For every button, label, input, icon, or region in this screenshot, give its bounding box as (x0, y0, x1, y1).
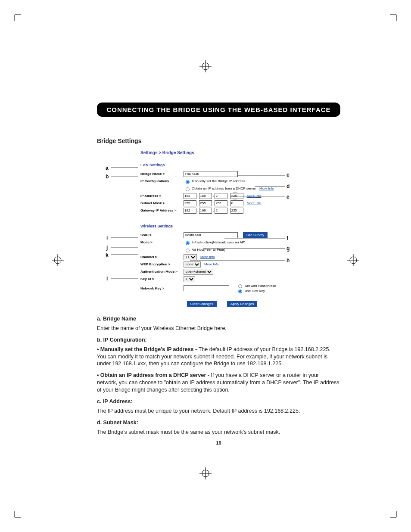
gw-octet-3[interactable] (215, 208, 227, 214)
gateway-label: Gateway IP Address > (140, 208, 184, 212)
registration-mark-icon (199, 467, 212, 479)
callout-k: k (106, 252, 109, 258)
body-b-head: b. IP Configuration: (97, 336, 340, 344)
netkey-input[interactable] (184, 285, 229, 291)
channel-label: Channel > (140, 255, 184, 259)
ip-config-dhcp-text: Obtain an IP address from a DHCP server (192, 187, 256, 190)
ip-config-label: IP Configuration> (140, 179, 184, 183)
set-passphrase-text: Set with Passphrase (245, 284, 276, 288)
use-hex-radio[interactable] (238, 289, 242, 293)
callout-a: a (106, 165, 109, 171)
mode-infra-text: Infrastructure(Network uses an AP) (192, 240, 246, 244)
wlan-group-head: Wireless Settings (140, 224, 340, 228)
mode-adhoc-text: Ad-Hoc(Peer-to-Peer) (192, 248, 225, 252)
auth-select[interactable]: open+shared (184, 269, 213, 275)
subnet-octet-1[interactable] (184, 200, 196, 206)
subnet-octet-4[interactable] (230, 200, 243, 206)
site-survey-button[interactable]: Site Survey (243, 232, 268, 238)
set-passphrase-radio[interactable] (238, 284, 242, 288)
page-heading: Bridge Settings (97, 137, 340, 144)
settings-screenshot: a b c d e f g h i j k l Settings > Bridg… (104, 150, 340, 307)
wep-select[interactable]: none (184, 261, 201, 268)
section-title: CONNECTING THE BRIDGE USING THE WEB-BASE… (97, 103, 340, 117)
body-a-text: Enter the name of your Wireless Ethernet… (97, 325, 340, 332)
registration-mark-icon (52, 254, 64, 266)
more-info-link[interactable]: More Info (247, 194, 262, 198)
ip-octet-3[interactable] (215, 193, 227, 199)
ip-octet-1[interactable] (184, 193, 196, 199)
lan-group-head: LAN Settings (140, 163, 340, 167)
bridge-name-label: Bridge Name > (140, 172, 184, 176)
apply-changes-button[interactable]: Apply Changes (227, 301, 257, 307)
bridge-name-input[interactable] (184, 171, 238, 177)
body-d-head: d. Subnet Mask: (97, 419, 340, 426)
auth-label: Authentication Mode > (140, 270, 184, 274)
callout-f: f (286, 235, 288, 241)
gw-octet-1[interactable] (184, 208, 196, 214)
subnet-octet-2[interactable] (199, 200, 212, 206)
netkey-label: Network Key > (140, 286, 184, 290)
mode-adhoc-radio[interactable] (186, 249, 190, 252)
body-b-manual: • Manually set the Bridge's IP address -… (97, 346, 340, 368)
keyid-select[interactable]: 1 (184, 276, 195, 282)
body-a-head: a. Bridge Name (97, 315, 340, 323)
callout-g: g (286, 246, 290, 252)
subnet-label: Subnet Mask > (140, 201, 184, 205)
breadcrumb: Settings > Bridge Settings (140, 150, 340, 155)
more-info-link[interactable]: More Info (259, 187, 274, 190)
callout-l: l (106, 276, 108, 282)
callout-d: d (286, 184, 290, 190)
ip-octet-2[interactable] (199, 193, 212, 199)
more-info-link[interactable]: More Info (204, 262, 219, 266)
ip-octet-4[interactable] (230, 193, 243, 199)
gw-octet-2[interactable] (199, 208, 212, 214)
mode-label: Mode > (140, 240, 184, 244)
callout-c: c (286, 172, 290, 178)
registration-mark-icon (347, 254, 359, 266)
callout-j: j (106, 245, 108, 251)
callout-i: i (106, 235, 108, 241)
body-d-text: The Bridge's subnet mask must be the sam… (97, 429, 340, 436)
clear-changes-button[interactable]: Clear Changes (187, 301, 217, 307)
body-b-dhcp: • Obtain an IP address from a DHCP serve… (97, 372, 340, 394)
wep-label: WEP Encryption > (140, 262, 184, 266)
mode-infra-radio[interactable] (186, 241, 190, 245)
ip-config-manual-text: Manually set the Bridge IP address (192, 179, 245, 183)
callout-e: e (286, 194, 290, 200)
gw-octet-4[interactable] (230, 208, 243, 214)
body-c-text: The IP address must be unique to your ne… (97, 408, 340, 415)
ip-config-dhcp-radio[interactable] (186, 187, 190, 191)
more-info-link[interactable]: More Info (200, 255, 215, 259)
ssid-label: SSID > (140, 233, 184, 237)
callout-h: h (286, 258, 290, 264)
ip-config-manual-radio[interactable] (186, 180, 190, 184)
keyid-label: Key ID > (140, 277, 184, 281)
callout-b: b (106, 174, 109, 180)
channel-select[interactable]: 11 (184, 254, 197, 260)
use-hex-text: Use Hex Key (245, 289, 265, 293)
ssid-input[interactable] (184, 232, 238, 238)
body-c-head: c. IP Address: (97, 398, 340, 405)
page-number: 16 (97, 440, 340, 446)
more-info-link[interactable]: More Info (247, 201, 262, 205)
registration-mark-icon (199, 60, 212, 72)
subnet-octet-3[interactable] (215, 200, 227, 206)
ip-address-label: IP Address > (140, 194, 184, 198)
